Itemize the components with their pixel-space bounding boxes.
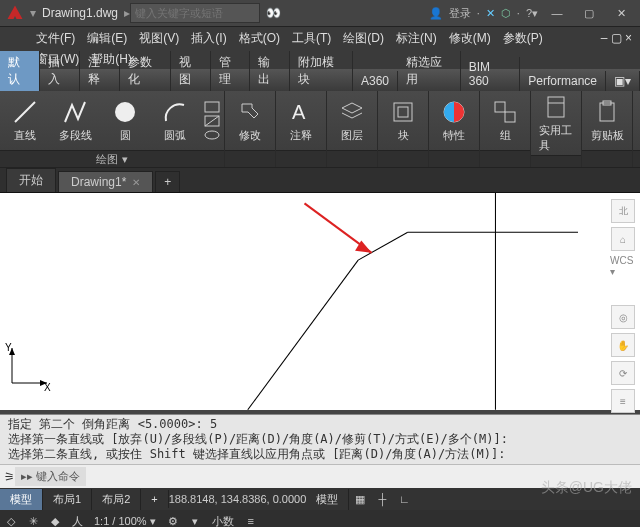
layout-tab-2[interactable]: 布局2	[92, 489, 141, 510]
tab-close-icon[interactable]: ✕	[132, 177, 140, 188]
snap-toggle-icon[interactable]: ┼	[371, 489, 393, 509]
svg-line-0	[15, 102, 35, 122]
draw-small-buttons	[200, 101, 224, 141]
user-icon[interactable]: 👤	[429, 7, 443, 20]
viewcube-icon[interactable]: 北	[611, 199, 635, 223]
ribbon-tab-more-icon[interactable]: ▣▾	[606, 71, 640, 91]
color-wheel-icon	[440, 98, 468, 126]
minimize-icon[interactable]: —	[544, 2, 570, 24]
ribbon-tab-addins[interactable]: 附加模块	[290, 51, 353, 91]
menu-modify[interactable]: 修改(M)	[443, 30, 497, 47]
anno-scale-icon[interactable]: 人	[66, 511, 88, 527]
calculator-icon	[542, 93, 570, 121]
properties-button[interactable]: 特性	[429, 96, 479, 145]
status-bar: ◇ ✳ ◆ 人 1:1 / 100% ▾ ⚙ ▾ 小数 ≡	[0, 510, 640, 527]
command-handle-icon[interactable]: ⚞	[4, 470, 15, 484]
drawing-canvas[interactable]: [-][俯视][二维线框] YX 北 ⌂ WCS ▾ ◎ ✋ ⟳ ≡	[0, 193, 640, 403]
tab-start[interactable]: 开始	[6, 168, 56, 192]
tab-drawing1[interactable]: Drawing1*✕	[58, 171, 153, 192]
share-icon[interactable]: ⬡	[501, 7, 511, 20]
help-icon[interactable]: ?▾	[526, 7, 538, 20]
line-icon	[11, 98, 39, 126]
line-button[interactable]: 直线	[0, 96, 50, 145]
maximize-icon[interactable]: ▢	[576, 2, 602, 24]
orbit-icon[interactable]: ⟳	[611, 361, 635, 385]
isoplane-icon[interactable]: ◆	[44, 511, 66, 527]
ribbon-tab-default[interactable]: 默认	[0, 51, 40, 91]
units-icon[interactable]: ▾	[184, 511, 206, 527]
cmd-line-3: 选择第二条直线, 或按住 Shift 键选择直线以应用角点或 [距离(D)/角度…	[8, 447, 632, 462]
utilities-button[interactable]: 实用工具	[531, 91, 581, 155]
exchange-icon[interactable]: ✕	[486, 7, 495, 20]
gear-icon[interactable]: ⚙	[162, 511, 184, 527]
arc-button[interactable]: 圆弧	[150, 96, 200, 145]
ribbon-panel-label[interactable]: 绘图 ▾	[0, 150, 224, 167]
layout-tab-add[interactable]: +	[141, 490, 168, 508]
pan-icon[interactable]: ✋	[611, 333, 635, 357]
grid-toggle-icon[interactable]: ▦	[349, 489, 371, 509]
text-icon: A	[287, 98, 315, 126]
menu-view[interactable]: 视图(V)	[133, 30, 185, 47]
block-button[interactable]: 块	[378, 96, 428, 145]
svg-point-1	[115, 102, 135, 122]
ribbon-tab-featured[interactable]: 精选应用	[398, 51, 461, 91]
menu-insert[interactable]: 插入(I)	[185, 30, 232, 47]
ribbon-tab-output[interactable]: 输出	[250, 51, 290, 91]
ribbon-tab-manage[interactable]: 管理	[211, 51, 251, 91]
units-label[interactable]: 小数	[206, 514, 240, 528]
search-input[interactable]	[130, 3, 260, 23]
svg-rect-12	[548, 97, 564, 117]
polyline-button[interactable]: 多段线	[50, 96, 100, 145]
polar-icon[interactable]: ✳	[22, 511, 44, 527]
ribbon-tab-performance[interactable]: Performance	[520, 71, 606, 91]
menu-format[interactable]: 格式(O)	[233, 30, 286, 47]
close-icon[interactable]: ✕	[608, 2, 634, 24]
customize-icon[interactable]: ≡	[240, 511, 262, 527]
ellipse-icon[interactable]	[204, 129, 220, 141]
menu-overflow-icon[interactable]: – ▢ ×	[595, 31, 640, 45]
modify-button[interactable]: 修改	[225, 96, 275, 145]
clipboard-button[interactable]: 剪贴板	[582, 96, 632, 145]
command-prompt[interactable]: ▸▸ 键入命令	[15, 467, 86, 486]
search-binocular-icon[interactable]: 👀	[266, 6, 281, 20]
login-link[interactable]: 登录	[449, 6, 471, 21]
menu-edit[interactable]: 编辑(E)	[81, 30, 133, 47]
menu-draw[interactable]: 绘图(D)	[337, 30, 390, 47]
nav-bar: 北 ⌂ WCS ▾ ◎ ✋ ⟳ ≡	[610, 199, 636, 413]
menu-param[interactable]: 参数(P)	[497, 30, 549, 47]
basepoint-button[interactable]: 基点	[633, 96, 640, 145]
ribbon-tab-bim360[interactable]: BIM 360	[461, 57, 521, 91]
app-logo-icon[interactable]	[4, 2, 26, 24]
ribbon-tab-a360[interactable]: A360	[353, 71, 398, 91]
group-button[interactable]: 组	[480, 96, 530, 145]
svg-point-5	[205, 131, 219, 139]
ribbon-tab-insert[interactable]: 插入	[40, 51, 80, 91]
rect-icon[interactable]	[204, 101, 220, 113]
wcs-label[interactable]: WCS ▾	[610, 255, 636, 277]
tab-add[interactable]: +	[155, 171, 180, 192]
layout-tab-model[interactable]: 模型	[0, 489, 43, 510]
clipboard-icon	[593, 98, 621, 126]
ribbon-tab-parametric[interactable]: 参数化	[120, 51, 171, 91]
nav-more-icon[interactable]: ≡	[611, 389, 635, 413]
svg-rect-7	[394, 103, 412, 121]
layout-tab-1[interactable]: 布局1	[43, 489, 92, 510]
osnap-icon[interactable]: ◇	[0, 511, 22, 527]
nav-home-icon[interactable]: ⌂	[611, 227, 635, 251]
annotate-button[interactable]: A注释	[276, 96, 326, 145]
space-toggle[interactable]: 模型	[306, 489, 349, 510]
svg-rect-11	[505, 112, 515, 122]
ribbon-tab-view[interactable]: 视图	[171, 51, 211, 91]
ortho-toggle-icon[interactable]: ∟	[393, 489, 415, 509]
qat-dropdown-icon[interactable]: ▾	[30, 6, 36, 20]
hatch-icon[interactable]	[204, 115, 220, 127]
scale-readout[interactable]: 1:1 / 100% ▾	[88, 515, 162, 528]
ribbon-tab-annotate[interactable]: 注释	[80, 51, 120, 91]
menu-tools[interactable]: 工具(T)	[286, 30, 337, 47]
layer-button[interactable]: 图层	[327, 96, 377, 145]
menu-file[interactable]: 文件(F)	[30, 30, 81, 47]
steering-wheel-icon[interactable]: ◎	[611, 305, 635, 329]
block-icon	[389, 98, 417, 126]
circle-button[interactable]: 圆	[100, 96, 150, 145]
menu-dimension[interactable]: 标注(N)	[390, 30, 443, 47]
